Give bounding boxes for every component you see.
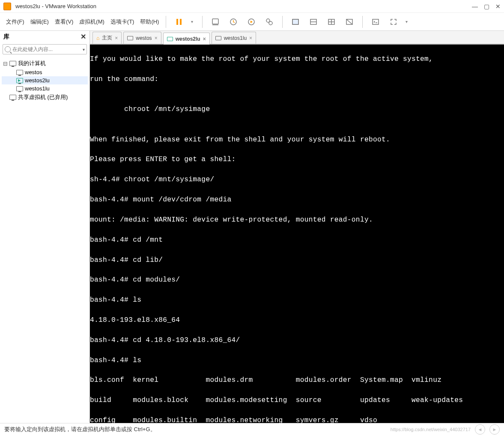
term-line: bash-4.4# mount /dev/cdrom /media <box>90 195 504 205</box>
search-box[interactable]: ▾ <box>3 44 87 54</box>
term-line: bls.conf kernel modules.drm modules.orde… <box>90 375 504 385</box>
tree-label: westos1lu <box>25 85 50 92</box>
power-dropdown[interactable]: ▾ <box>191 19 195 24</box>
window-title: westos2lu - VMware Workstation <box>15 3 472 9</box>
term-line: bash-4.4# ls <box>90 295 504 305</box>
tree-node-westos[interactable]: westos <box>2 68 88 76</box>
snapshot-forward-button[interactable] <box>245 16 257 28</box>
home-icon: ⌂ <box>96 35 99 41</box>
menu-help[interactable]: 帮助(H) <box>140 18 159 26</box>
app-icon <box>3 3 11 10</box>
view-split-button[interactable] <box>307 16 319 28</box>
vm-icon <box>16 86 23 91</box>
view-thumbnail-button[interactable] <box>343 16 355 28</box>
revert-button[interactable] <box>227 16 239 28</box>
toolbar-divider <box>166 16 166 28</box>
term-line: bash-4.4# cd modules/ <box>90 275 504 285</box>
term-line: When finished, please exit from the shel… <box>90 135 504 145</box>
toolbar-divider <box>362 16 363 28</box>
svg-rect-0 <box>176 19 178 25</box>
tab-close-button[interactable]: × <box>249 35 252 41</box>
tree-node-westos1lu[interactable]: westos1lu <box>2 84 88 93</box>
library-close-button[interactable]: ✕ <box>81 33 86 41</box>
menubar: 文件(F) 编辑(E) 查看(V) 虚拟机(M) 选项卡(T) 帮助(H) ▾ … <box>0 13 504 31</box>
tree-label: westos2lu <box>25 77 50 84</box>
menu-view[interactable]: 查看(V) <box>55 18 73 26</box>
vm-icon <box>127 36 133 40</box>
watermark: https://blog.csdn.net/weixin_44032717 <box>391 427 471 432</box>
minimize-button[interactable]: — <box>472 3 478 10</box>
host-icon <box>9 61 16 66</box>
tab-label: westos <box>136 35 152 41</box>
search-dropdown[interactable]: ▾ <box>83 47 85 52</box>
term-line: Please press ENTER to get a shell: <box>90 155 504 165</box>
fullscreen-dropdown[interactable]: ▾ <box>406 19 410 24</box>
toolbar-divider <box>202 16 203 28</box>
tab-label: westos2lu <box>176 36 200 42</box>
view-grid-button[interactable] <box>325 16 337 28</box>
term-line: run the command: <box>90 75 504 84</box>
svg-point-6 <box>269 21 272 25</box>
maximize-button[interactable]: ▢ <box>484 3 489 10</box>
tree-label: 我的计算机 <box>18 60 46 67</box>
console-button[interactable] <box>370 16 382 28</box>
menu-vm[interactable]: 虚拟机(M) <box>79 18 104 26</box>
term-line: bash-4.4# ls <box>90 356 504 366</box>
tab-westos[interactable]: westos × <box>123 32 161 44</box>
terminal[interactable]: If you would like to make the root of yo… <box>90 45 504 423</box>
tree-node-shared[interactable]: 共享虚拟机 (已弃用) <box>2 93 88 102</box>
footer-hint: 要将输入定向到该虚拟机，请在虚拟机内部单击或按 Ctrl+G。 <box>4 426 156 433</box>
search-input[interactable] <box>12 46 83 52</box>
pager-next[interactable]: ► <box>489 424 500 435</box>
term-line: build modules.block modules.modesetting … <box>90 396 504 405</box>
menu-file[interactable]: 文件(F) <box>6 18 24 26</box>
toolbar-divider <box>282 16 283 28</box>
library-tree: ⊟ 我的计算机 westos westos2lu westos1lu 共享虚拟机… <box>0 56 89 105</box>
close-button[interactable]: ✕ <box>495 3 501 10</box>
window-controls: — ▢ ✕ <box>472 3 501 10</box>
svg-rect-7 <box>292 19 298 24</box>
fullscreen-button[interactable] <box>388 16 400 28</box>
pager-prev[interactable]: ◄ <box>475 424 485 435</box>
tree-label: 共享虚拟机 (已弃用) <box>18 93 68 101</box>
svg-rect-2 <box>212 19 218 24</box>
vm-icon <box>215 36 221 40</box>
term-line: bash-4.4# cd /mnt <box>90 235 504 245</box>
vm-running-icon <box>167 37 173 41</box>
library-header: 库 ✕ <box>0 31 89 42</box>
tab-home[interactable]: ⌂ 主页 × <box>92 32 122 44</box>
term-line: sh-4.4# chroot /mnt/sysimage/ <box>90 175 504 185</box>
library-title: 库 <box>3 33 9 41</box>
tab-label: westos1lu <box>224 35 247 41</box>
menu-edit[interactable]: 编辑(E) <box>30 18 49 26</box>
svg-rect-11 <box>373 19 379 24</box>
tab-close-button[interactable]: × <box>155 35 158 41</box>
tab-westos2lu[interactable]: westos2lu × <box>163 33 210 45</box>
vm-running-icon <box>16 78 23 83</box>
tab-label: 主页 <box>102 34 112 42</box>
titlebar: westos2lu - VMware Workstation — ▢ ✕ <box>0 0 504 13</box>
term-line: config modules.builtin modules.networkin… <box>90 416 504 423</box>
tab-westos1lu[interactable]: westos1lu × <box>212 32 256 44</box>
tab-close-button[interactable]: × <box>115 35 118 41</box>
menu-tabs[interactable]: 选项卡(T) <box>110 18 134 26</box>
search-icon <box>5 46 11 52</box>
collapse-icon[interactable]: ⊟ <box>3 60 8 67</box>
tree-node-mycomputer[interactable]: ⊟ 我的计算机 <box>2 59 88 68</box>
tree-node-westos2lu[interactable]: westos2lu <box>2 76 88 84</box>
sidebar: 库 ✕ ▾ ⊟ 我的计算机 westos westos2lu <box>0 31 90 423</box>
footer: 要将输入定向到该虚拟机，请在虚拟机内部单击或按 Ctrl+G。 https://… <box>0 423 504 435</box>
tabbar: ⌂ 主页 × westos × westos2lu × westos1lu × <box>90 31 504 45</box>
svg-rect-1 <box>180 19 182 25</box>
term-line: bash-4.4# cd 4.18.0-193.el8.x86_64/ <box>90 336 504 345</box>
shared-icon <box>9 95 16 100</box>
term-line: bash-4.4# cd lib/ <box>90 255 504 265</box>
view-single-button[interactable] <box>289 16 301 28</box>
pause-button[interactable] <box>173 16 185 28</box>
snapshot-manager-button[interactable] <box>263 16 275 28</box>
term-line: If you would like to make the root of yo… <box>90 54 504 64</box>
tab-close-button[interactable]: × <box>203 36 206 42</box>
vm-icon <box>16 70 23 75</box>
snapshot-button[interactable] <box>209 16 221 28</box>
pager: https://blog.csdn.net/weixin_44032717 ◄ … <box>391 424 500 435</box>
